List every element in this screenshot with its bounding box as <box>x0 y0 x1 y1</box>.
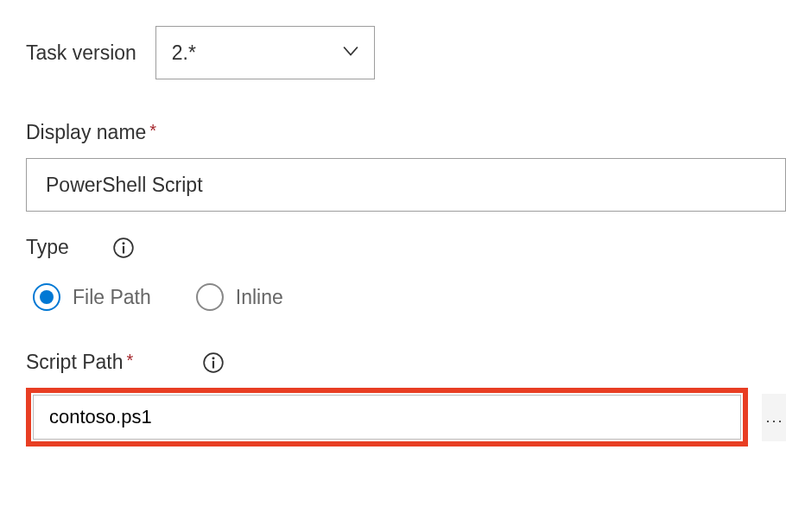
radio-inline[interactable]: Inline <box>196 283 283 311</box>
svg-point-4 <box>212 357 215 359</box>
info-icon[interactable] <box>112 237 135 259</box>
task-version-value: 2.* <box>172 41 196 65</box>
radio-circle-selected <box>33 283 60 311</box>
required-asterisk: * <box>149 121 156 140</box>
script-path-input[interactable] <box>33 395 741 440</box>
radio-file-path[interactable]: File Path <box>33 283 151 311</box>
ellipsis-icon: ... <box>766 408 784 427</box>
radio-dot <box>40 290 54 304</box>
script-path-input-row: ... <box>26 388 786 446</box>
svg-rect-5 <box>212 360 214 368</box>
task-version-select[interactable]: 2.* <box>155 26 375 79</box>
script-path-label-row: Script Path* <box>26 351 786 374</box>
chevron-down-icon <box>343 43 358 62</box>
display-name-label: Display name* <box>26 121 156 144</box>
type-label: Type <box>26 236 69 259</box>
display-name-input[interactable] <box>26 158 786 212</box>
radio-inline-label: Inline <box>236 286 283 309</box>
radio-circle-unselected <box>196 283 224 311</box>
type-label-row: Type <box>26 236 786 259</box>
task-version-label: Task version <box>26 41 136 65</box>
script-path-highlight <box>26 388 748 446</box>
script-path-label: Script Path* <box>26 351 133 374</box>
browse-button[interactable]: ... <box>762 394 786 441</box>
svg-point-1 <box>122 242 124 244</box>
type-radio-group: File Path Inline <box>26 283 786 311</box>
info-icon[interactable] <box>202 352 225 374</box>
required-asterisk: * <box>127 351 134 370</box>
svg-rect-2 <box>123 245 124 253</box>
display-name-label-row: Display name* <box>26 121 786 144</box>
radio-file-path-label: File Path <box>73 286 151 309</box>
task-version-row: Task version 2.* <box>26 26 786 79</box>
